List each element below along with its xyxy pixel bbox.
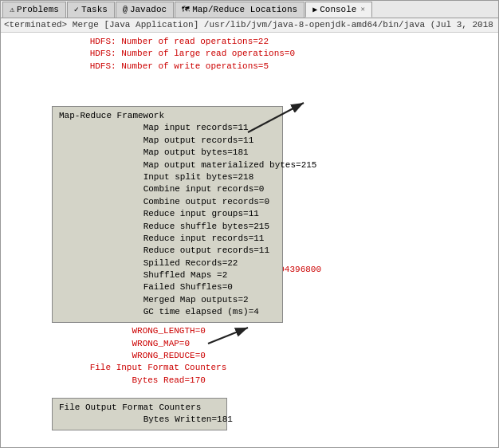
popup1-line-5: Input split bytes=218 (59, 171, 276, 183)
tab-javadoc[interactable]: @ Javadoc (116, 2, 174, 18)
status-bar: <terminated> Merge [Java Application] /u… (1, 18, 498, 33)
tab-mapreduce-locations[interactable]: 🗺 Map/Reduce Locations (175, 2, 305, 18)
file-input-header: File Input Format Counters (6, 362, 493, 374)
tab-console[interactable]: ▶ Console ✕ (305, 2, 372, 18)
tab-console-close[interactable]: ✕ (360, 5, 364, 14)
eclipse-window: ⚠ Problems ✓ Tasks @ Javadoc 🗺 Map/Reduc… (0, 0, 499, 448)
popup1-line-0: Map-Reduce Framework (59, 110, 276, 122)
tab-mapreduce-label: Map/Reduce Locations (192, 5, 297, 14)
wrong-map: WRONG_MAP=0 (6, 338, 493, 350)
tasks-icon: ✓ (74, 5, 79, 14)
popup1-line-16: GC time elapsed (ms)=4 (59, 306, 276, 318)
mapreduce-framework-popup: Map-Reduce Framework Map input records=1… (52, 106, 283, 323)
popup1-line-10: Reduce input records=11 (59, 233, 276, 245)
hdfs-large-read-ops: HDFS: Number of large read operations=0 (6, 48, 493, 60)
javadoc-icon: @ (123, 6, 128, 14)
popup1-line-15: Merged Map outputs=2 (59, 294, 276, 306)
tab-javadoc-label: Javadoc (130, 5, 167, 14)
console-icon: ▶ (312, 5, 317, 14)
popup1-line-14: Failed Shuffles=0 (59, 281, 276, 293)
hdfs-write-ops: HDFS: Number of write operations=5 (6, 61, 493, 73)
tab-problems-label: Problems (17, 5, 59, 14)
wrong-reduce: WRONG_REDUCE=0 (6, 350, 493, 362)
bytes-read: Bytes Read=170 (6, 375, 493, 387)
hdfs-read-ops: HDFS: Number of read operations=22 (6, 36, 493, 48)
popup1-line-3: Map output bytes=181 (59, 147, 276, 159)
popup1-line-8: Reduce input groups=11 (59, 208, 276, 220)
wrong-length: WRONG_LENGTH=0 (6, 325, 493, 337)
popup2-line-0: File Output Format Counters (59, 402, 220, 414)
popup1-line-2: Map output records=11 (59, 135, 276, 147)
popup2-line-1: Bytes Written=181 (59, 414, 220, 426)
file-output-popup: File Output Format Counters Bytes Writte… (52, 398, 227, 430)
problems-icon: ⚠ (10, 5, 14, 14)
console-content[interactable]: HDFS: Number of read operations=22 HDFS:… (1, 33, 498, 447)
popup1-line-12: Spilled Records=22 (59, 257, 276, 269)
mapreduce-icon: 🗺 (182, 5, 190, 14)
popup1-line-4: Map output materialized bytes=215 (59, 159, 276, 171)
tab-problems[interactable]: ⚠ Problems (2, 2, 66, 18)
tab-console-label: Console (320, 5, 356, 14)
popup1-line-6: Combine input records=0 (59, 183, 276, 195)
tab-bar: ⚠ Problems ✓ Tasks @ Javadoc 🗺 Map/Reduc… (1, 1, 498, 18)
popup1-line-9: Reduce shuffle bytes=215 (59, 221, 276, 233)
popup1-line-13: Shuffled Maps =2 (59, 269, 276, 281)
status-text: <terminated> Merge [Java Application] /u… (4, 20, 498, 29)
popup1-line-11: Reduce output records=11 (59, 245, 276, 257)
popup1-line-1: Map input records=11 (59, 122, 276, 134)
tab-tasks[interactable]: ✓ Tasks (67, 2, 115, 18)
tab-tasks-label: Tasks (81, 5, 108, 14)
popup1-line-7: Combine output records=0 (59, 196, 276, 208)
